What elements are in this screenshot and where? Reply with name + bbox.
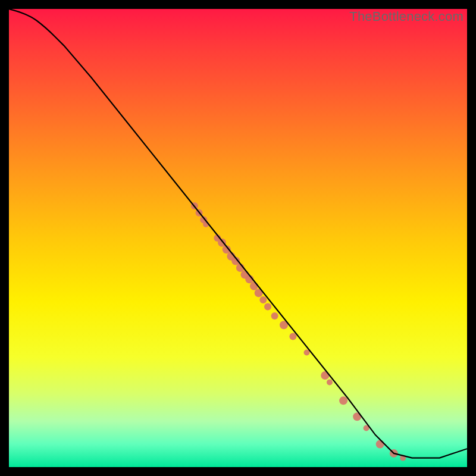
chart-frame: TheBottleneck.com	[0, 0, 476, 476]
data-point	[250, 282, 258, 290]
chart-svg	[9, 9, 467, 467]
data-point	[271, 312, 278, 320]
data-point	[339, 396, 347, 405]
data-point	[376, 440, 384, 449]
data-points-group	[191, 202, 406, 461]
data-point	[289, 333, 296, 340]
chart-plot-area: TheBottleneck.com	[9, 9, 467, 467]
bottleneck-curve	[9, 9, 467, 458]
data-point	[264, 303, 271, 311]
data-point	[259, 296, 267, 303]
data-point	[327, 380, 333, 386]
